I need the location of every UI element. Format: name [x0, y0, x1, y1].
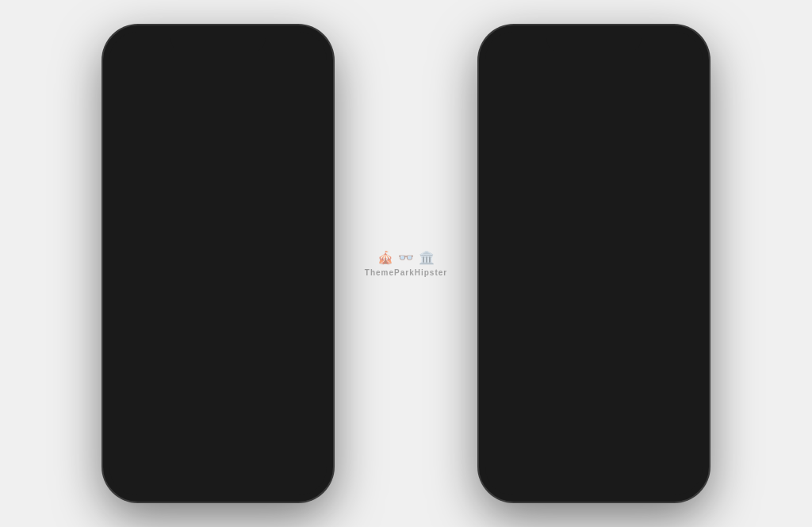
- discover-icon-1: ⬡: [238, 459, 251, 476]
- series-chevron-1: ›: [293, 314, 295, 322]
- phone-1: 10:39 ▲ WiFi ‹ ⬆ CHARLAINEHARRIS 🌹 SOOKI…: [103, 25, 333, 502]
- nav-discover-2[interactable]: ⬡ Discover: [607, 459, 634, 486]
- cover-author-label-1: CHARLAINEHARRIS: [167, 84, 270, 96]
- mini-cover-2: 🔮: [495, 417, 523, 445]
- ratings-count-2: 5,754 ratings: [594, 339, 645, 348]
- stars-row-2: ★★★★½ 5,754 ratings: [498, 338, 690, 349]
- author-chevron-1: ›: [259, 288, 262, 297]
- book-cover-2: CHARLAINEHARRIS 🦔 SOOKIE STACKHOUSE NOVE…: [542, 79, 645, 183]
- nav-home-1[interactable]: ⌂ Home: [125, 459, 144, 486]
- book-title-2: Dead Reckoning: [498, 240, 690, 256]
- play-triangle-2: [555, 385, 562, 393]
- series-row-2: Series: Sookie Stackhouse, Book 11 ›: [498, 314, 690, 323]
- home-icon-1: ⌂: [131, 459, 140, 475]
- mini-time-1: 6h 46m left (1.1x): [155, 432, 260, 440]
- author-row-2: By Charlaine Harris ›: [498, 287, 690, 298]
- nav-profile-1[interactable]: 👤 Profile: [290, 459, 311, 486]
- status-time-2: 10:39: [501, 41, 527, 53]
- mini-player-1: ⚡ 5: The Whomping Willow 6h 46m left (1.…: [109, 410, 327, 452]
- narrator-row-1: Narrated by Johanna Parker: [122, 302, 314, 311]
- book-subtitle-1: Sookie Stackhouse Southern Vampire Myste…: [122, 258, 314, 283]
- ratings-count-1: 5,980 ratings: [218, 339, 269, 348]
- book-cover-1: CHARLAINEHARRIS 🌹 SOOKIE STACKHOUSE NOVE…: [167, 79, 270, 183]
- stars-row-1: ★★★★½ 5,980 ratings: [122, 338, 314, 349]
- phone-screen-2: 10:39 ▲ WiFi ‹ ⬆ CHARLAINEHARRIS 🦔 SOOKI…: [485, 32, 703, 495]
- status-icons-2: ▲ WiFi: [638, 42, 687, 52]
- phone-screen-1: 10:39 ▲ WiFi ‹ ⬆ CHARLAINEHARRIS 🌹 SOOKI…: [109, 32, 327, 495]
- book-title-1: Dead In the Family: [122, 240, 314, 256]
- hero-bg-1: ‹ ⬆ CHARLAINEHARRIS 🌹 SOOKIE STACKHOUSE …: [109, 57, 327, 232]
- bottom-nav-2: ⌂ Home ▥ Library ⬡ Discover 👤 Profile: [485, 452, 703, 495]
- watermark: 🎪 👓 🏛️ ThemeParkHipster: [365, 250, 447, 277]
- mini-play-1[interactable]: [293, 419, 317, 443]
- wifi-icon-1: WiFi: [274, 42, 292, 52]
- series-row-1: Series: Sookie Stackhouse, Book 10 ›: [122, 314, 314, 323]
- home-label-2: Home: [501, 477, 520, 485]
- content-area-2: Dead Reckoning Sookie Stackhouse Souther…: [485, 232, 703, 410]
- nav-library-2[interactable]: ▥ Library: [553, 459, 575, 486]
- hero-bg-2: ‹ ⬆ CHARLAINEHARRIS 🦔 SOOKIE STACKHOUSE …: [485, 57, 703, 232]
- discover-label-1: Discover: [231, 478, 259, 486]
- mini-skip-2[interactable]: ↻30: [644, 421, 663, 440]
- library-icon-2: ▥: [557, 459, 570, 476]
- mini-controls-1: ↻30: [268, 419, 317, 443]
- cover-author-label-2: CHARLAINEHARRIS: [542, 84, 645, 96]
- profile-icon-1: 👤: [292, 459, 309, 476]
- home-label-1: Home: [125, 477, 144, 485]
- profile-icon-2: 👤: [668, 459, 685, 476]
- mini-player-2: 🔮 ter and the Chamber of Se... 6h 46m le…: [485, 410, 703, 452]
- mini-track-1: 5: The Whomping Willow: [155, 422, 260, 432]
- stars-2: ★★★★½: [544, 338, 591, 349]
- mini-info-1: 5: The Whomping Willow 6h 46m left (1.1x…: [155, 422, 260, 440]
- watermark-text: ThemeParkHipster: [365, 268, 447, 277]
- nav-profile-2[interactable]: 👤 Profile: [666, 459, 687, 486]
- status-bar-1: 10:39 ▲ WiFi: [109, 32, 327, 57]
- narrator-row-2: Narrated by Johanna Parker: [498, 302, 690, 311]
- author-chevron-2: ›: [635, 288, 638, 297]
- cover-title-label-2: DEADRECKONING: [542, 154, 645, 171]
- author-link-1[interactable]: By Charlaine Harris: [174, 287, 257, 298]
- mini-info-2: ter and the Chamber of Se... 6h 46m left…: [531, 422, 636, 440]
- status-bar-2: 10:39 ▲ WiFi: [485, 32, 703, 57]
- back-button-2[interactable]: ‹: [498, 60, 522, 84]
- nav-top-1: ‹ ⬆: [109, 60, 327, 84]
- cover-badge-1: 10: [251, 165, 265, 179]
- series-chevron-2: ›: [669, 314, 672, 322]
- share-button-1[interactable]: ⬆: [290, 60, 314, 84]
- battery-icon-1: [295, 43, 311, 51]
- mini-play-triangle-1: [302, 427, 309, 435]
- nav-top-2: ‹ ⬆: [485, 60, 703, 84]
- nav-discover-1[interactable]: ⬡ Discover: [231, 459, 259, 486]
- nav-home-2[interactable]: ⌂ Home: [501, 459, 520, 486]
- meta-row-1: Audiobook · 10h 2m: [122, 325, 314, 335]
- mini-controls-2: ↻30: [644, 419, 693, 443]
- meta-row-2: Audiobook · 10h 47m: [498, 325, 690, 335]
- signal-icon-1: ▲: [262, 42, 270, 52]
- wifi-icon-2: WiFi: [649, 42, 668, 52]
- discover-icon-2: ⬡: [614, 459, 626, 476]
- sample-label-1: Sample Now: [191, 383, 257, 395]
- credit-pill-1: 1 CREDIT: [186, 353, 250, 368]
- watermark-icon-1: 🎪: [377, 250, 393, 265]
- author-link-2[interactable]: By Charlaine Harris: [550, 287, 633, 298]
- mini-play-2[interactable]: [669, 419, 693, 443]
- author-row-1: By Charlaine Harris ›: [122, 287, 314, 298]
- watermark-icon-3: 🏛️: [419, 250, 435, 265]
- watermark-icon-2: 👓: [398, 250, 414, 265]
- credit-badge-1: 1 CREDIT: [122, 353, 314, 368]
- status-icons-1: ▲ WiFi: [262, 42, 311, 52]
- sample-button-1[interactable]: Sample Now: [122, 375, 314, 403]
- battery-icon-2: [671, 43, 687, 51]
- credit-badge-2: 1 CREDIT: [498, 353, 690, 368]
- sample-button-2[interactable]: Sample Now: [498, 375, 690, 403]
- share-button-2[interactable]: ⬆: [666, 60, 690, 84]
- back-button-1[interactable]: ‹: [122, 60, 146, 84]
- status-time-1: 10:39: [125, 41, 151, 53]
- sample-label-2: Sample Now: [567, 383, 633, 395]
- mini-skip-1[interactable]: ↻30: [268, 421, 287, 440]
- series-label-2: Series: Sookie Stackhouse, Book 11: [516, 314, 667, 323]
- home-icon-2: ⌂: [507, 459, 515, 475]
- phone-2: 10:39 ▲ WiFi ‹ ⬆ CHARLAINEHARRIS 🦔 SOOKI…: [479, 25, 709, 502]
- stars-1: ★★★★½: [168, 338, 215, 349]
- nav-library-1[interactable]: ▥ Library: [177, 459, 199, 486]
